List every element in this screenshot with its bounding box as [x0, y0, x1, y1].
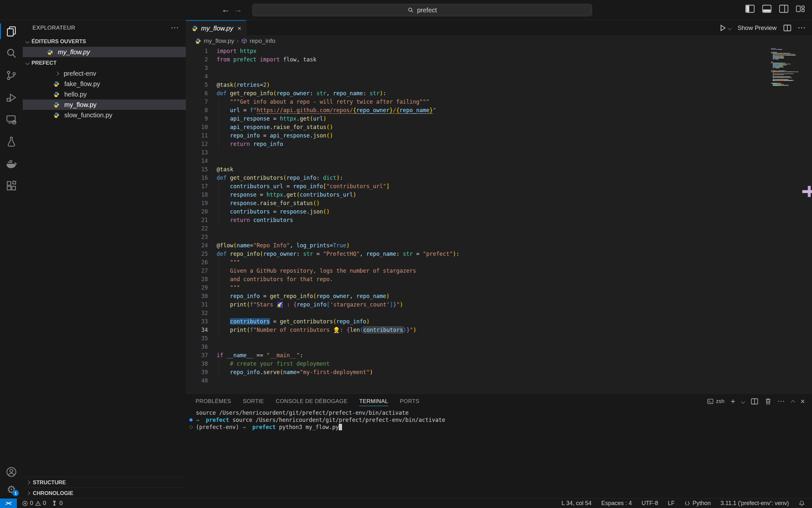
search-sidebar-icon[interactable]: [0, 42, 23, 65]
docker-whale-icon[interactable]: [0, 153, 23, 175]
chevron-up-icon[interactable]: [791, 400, 795, 404]
code-line[interactable]: 33 contributors = get_contributors(repo_…: [186, 317, 812, 326]
command-center-search[interactable]: prefect: [252, 4, 592, 16]
split-editor-icon[interactable]: [783, 24, 792, 32]
close-icon[interactable]: ×: [237, 25, 241, 32]
breadcrumb-file[interactable]: my_flow.py: [204, 37, 234, 45]
code-line[interactable]: 14: [186, 157, 812, 165]
code-line[interactable]: 11 repo_info = api_response.json(): [186, 131, 812, 140]
remote-indicator[interactable]: ><: [0, 499, 17, 508]
code-line[interactable]: 5@task(retries=2): [186, 81, 812, 89]
terminal[interactable]: source /Users/henricourdent/git/prefect/…: [186, 409, 812, 431]
trash-icon[interactable]: [765, 398, 772, 405]
code-line[interactable]: 36: [186, 343, 812, 351]
code-line[interactable]: 38 # create your first deployment: [186, 359, 812, 368]
code-line[interactable]: 20 contributors = response.json(): [186, 207, 812, 216]
tree-item-slow-function-py[interactable]: slow_function.py: [23, 110, 186, 120]
panel-tab-terminal[interactable]: TERMINAL: [359, 393, 388, 409]
ports-status[interactable]: 0: [51, 500, 63, 507]
bell-icon[interactable]: [799, 500, 805, 506]
gear-icon[interactable]: ⚙ 1: [0, 481, 23, 498]
minimap[interactable]: [771, 48, 806, 87]
tree-item-prefect-env[interactable]: prefect-env: [23, 68, 186, 79]
code-line[interactable]: 4: [186, 72, 812, 81]
run-python-file-icon[interactable]: [719, 24, 731, 32]
eol-sequence[interactable]: LF: [668, 500, 675, 507]
problems-status[interactable]: 0 0: [22, 500, 46, 507]
open-editors-section[interactable]: ÉDITEURS OUVERTS: [23, 36, 186, 47]
remote-explorer-icon[interactable]: [0, 109, 23, 131]
code-line[interactable]: 3: [186, 64, 812, 72]
structure-section[interactable]: STRUCTURE: [23, 477, 186, 488]
code-line[interactable]: 15@task: [186, 165, 812, 174]
layout-sidebar-icon[interactable]: [745, 5, 755, 13]
customize-layout-icon[interactable]: [796, 5, 805, 13]
source-control-icon[interactable]: [0, 65, 23, 86]
layout-panel-icon[interactable]: [762, 5, 772, 13]
panel-tab-probl-mes[interactable]: PROBLÈMES: [195, 393, 231, 409]
show-preview-button[interactable]: Show Preview: [737, 25, 777, 32]
chevron-down-icon[interactable]: [741, 399, 745, 404]
code-line[interactable]: 40: [186, 376, 812, 385]
code-line[interactable]: 37if __name__ == "__main__":: [186, 351, 812, 359]
layout-secondary-sidebar-icon[interactable]: [779, 5, 789, 13]
breadcrumb-symbol[interactable]: repo_info: [250, 37, 276, 45]
code-line[interactable]: 28 and contributors for that repo.: [186, 275, 812, 284]
terminal-line[interactable]: → prefect source /Users/henricourdent/gi…: [186, 416, 812, 423]
indentation[interactable]: Espaces : 4: [601, 500, 632, 507]
open-editor-item[interactable]: ×my_flow.py: [23, 47, 186, 57]
code-line[interactable]: 39 repo_info.serve(name="my-first-deploy…: [186, 368, 812, 376]
code-line[interactable]: 18 response = httpx.get(contributors_url…: [186, 190, 812, 199]
code-line[interactable]: 9 api_response = httpx.get(url): [186, 115, 812, 123]
new-terminal-icon[interactable]: +: [731, 397, 735, 405]
code-line[interactable]: 1import httpx: [186, 47, 812, 55]
code-line[interactable]: 32: [186, 309, 812, 317]
code-line[interactable]: 21 return contributors: [186, 216, 812, 224]
code-line[interactable]: 13: [186, 148, 812, 157]
tree-item-hello-py[interactable]: hello.py: [23, 89, 186, 99]
panel-more-icon[interactable]: ···: [778, 398, 785, 405]
run-debug-icon[interactable]: [0, 86, 23, 109]
code-line[interactable]: 35: [186, 334, 812, 343]
code-line[interactable]: 27 Given a GitHub repository, logs the n…: [186, 266, 812, 275]
panel-tab-ports[interactable]: PORTS: [400, 393, 419, 409]
code-line[interactable]: 2from prefect import flow, task: [186, 55, 812, 64]
code-line[interactable]: 17 contributors_url = repo_info["contrib…: [186, 182, 812, 190]
code-line[interactable]: 34 print(f"Number of contributors 👷: {le…: [186, 326, 812, 334]
code-line[interactable]: 8 url = f"https://api.github.com/repos/{…: [186, 106, 812, 115]
timeline-section[interactable]: CHRONOLOGIE: [23, 488, 186, 498]
project-section[interactable]: PREFECT: [23, 57, 186, 68]
code-editor[interactable]: 1import httpx2from prefect import flow, …: [186, 46, 812, 393]
code-line[interactable]: 25def repo_info(repo_owner: str = "Prefe…: [186, 250, 812, 258]
code-line[interactable]: 10 api_response.raise_for_status(): [186, 123, 812, 131]
code-line[interactable]: 23: [186, 233, 812, 241]
terminal-profile[interactable]: zsh: [707, 398, 724, 405]
code-line[interactable]: 26 """: [186, 258, 812, 266]
code-line[interactable]: 24@flow(name="Repo Info", log_prints=Tru…: [186, 241, 812, 250]
terminal-line[interactable]: source /Users/henricourdent/git/prefect/…: [186, 409, 812, 416]
tab-my-flow[interactable]: my_flow.py ×: [186, 20, 246, 36]
explorer-actions-icon[interactable]: ···: [171, 25, 179, 32]
code-line[interactable]: 6def get_repo_info(repo_owner: str, repo…: [186, 89, 812, 97]
code-line[interactable]: 22: [186, 224, 812, 233]
python-interpreter[interactable]: 3.11.1 ('prefect-env': venv): [720, 500, 789, 507]
encoding[interactable]: UTF-8: [641, 500, 658, 507]
cursor-position[interactable]: L 34, col 54: [562, 500, 591, 507]
tree-item-my-flow-py[interactable]: my_flow.py: [23, 99, 186, 110]
panel-tab-console-de-d-bogage[interactable]: CONSOLE DE DÉBOGAGE: [276, 393, 347, 409]
extensions-icon[interactable]: [0, 175, 23, 197]
tree-item-fake-flow-py[interactable]: fake_flow.py: [23, 79, 186, 89]
code-line[interactable]: 29 """: [186, 284, 812, 292]
terminal-line[interactable]: (prefect-env) → prefect python3 my_flow.…: [186, 423, 812, 431]
code-line[interactable]: 7 """Get info about a repo - will retry …: [186, 97, 812, 106]
split-terminal-icon[interactable]: [751, 397, 758, 405]
breadcrumb[interactable]: my_flow.py › repo_info: [186, 36, 812, 46]
back-arrow[interactable]: ←: [220, 5, 231, 15]
code-line[interactable]: 12 return repo_info: [186, 140, 812, 148]
forward-arrow[interactable]: →: [233, 5, 244, 15]
testing-flask-icon[interactable]: [0, 131, 23, 153]
code-line[interactable]: 19 response.raise_for_status(): [186, 199, 812, 207]
panel-tab-sortie[interactable]: SORTIE: [243, 393, 264, 409]
code-line[interactable]: 30 repo_info = get_repo_info(repo_owner,…: [186, 292, 812, 300]
close-panel-icon[interactable]: ×: [801, 398, 805, 405]
